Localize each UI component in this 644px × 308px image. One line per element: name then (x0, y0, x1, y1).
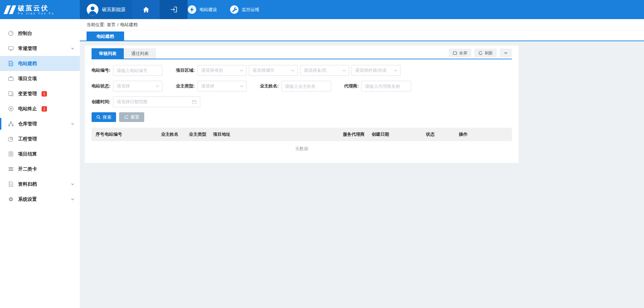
logo-title: 破茧云伏 (18, 4, 55, 12)
chevron-down-icon (394, 69, 397, 72)
search-icon (96, 115, 101, 119)
company-name: 破茧新能源 (102, 7, 125, 13)
calculator-icon (8, 151, 14, 157)
chevron-down-icon (342, 69, 346, 72)
city-select[interactable]: 请选择城市 (249, 65, 298, 76)
main-content: 当前位置: 首页 / 电站建档 电站建档 审核列表 通过列表 全屏 刷新 (80, 19, 644, 308)
home-button[interactable] (132, 0, 160, 19)
logout-icon (170, 6, 177, 13)
chevron-down-icon (156, 85, 159, 87)
form-actions: 搜索 重置 (92, 112, 512, 122)
station-no-input[interactable] (113, 65, 162, 76)
pie-chart-icon (8, 136, 14, 142)
agent-label: 代理商: (344, 83, 359, 89)
sidebar-item-warehouse-management[interactable]: 仓库管理 (0, 116, 80, 131)
logout-button[interactable] (160, 0, 187, 19)
chevron-down-icon (71, 47, 74, 50)
breadcrumb-separator: / (117, 22, 119, 27)
sidebar-item-project-settlement[interactable]: 项目结算 (0, 146, 80, 162)
breadcrumb: 当前位置: 首页 / 电站建档 (80, 19, 644, 30)
owner-name-input[interactable] (281, 81, 331, 91)
county-select[interactable]: 请选择县/区 (300, 65, 349, 76)
table-header-cell: 创建日期 (372, 131, 426, 137)
table-header-cell: 服务代理商 (343, 131, 372, 137)
agent-input[interactable] (361, 81, 411, 91)
sidebar-item-general-management[interactable]: 常规管理 (0, 41, 80, 56)
region-label: 项目区域: (176, 67, 195, 73)
user-menu[interactable]: 破茧新能源 (80, 0, 132, 19)
gear-icon (8, 196, 14, 202)
sidebar-item-engineering-management[interactable]: 工程管理 (0, 131, 80, 146)
empty-state: 无数据 (92, 141, 512, 156)
sidebar: 控制台 常规管理 电站建档 项目立项 (0, 19, 80, 308)
archive-icon (8, 181, 14, 187)
top-header: 破茧云伏 Po Jian Yun Fu 破茧新能源 电站建设 (0, 0, 644, 19)
sidebar-item-project-initiation[interactable]: 项目立项 (0, 71, 80, 86)
logo[interactable]: 破茧云伏 Po Jian Yun Fu (0, 0, 80, 19)
reset-icon (124, 115, 128, 119)
nav-label: 监控运维 (242, 7, 259, 13)
document-icon (8, 61, 14, 66)
search-form: 电站编号: 项目区域: 请选择省份 请选择城市 (92, 59, 512, 107)
nav-label: 电站建设 (200, 7, 217, 13)
badge-count: 1 (42, 91, 47, 97)
owner-type-select[interactable]: 请选择 (198, 81, 247, 91)
tab-review-list[interactable]: 审核列表 (92, 48, 124, 59)
copy-icon (8, 91, 14, 97)
panel-tab-bar: 审核列表 通过列表 全屏 刷新 (92, 48, 512, 59)
fullscreen-icon (453, 51, 457, 55)
reset-button[interactable]: 重置 (119, 112, 144, 122)
dashboard-icon (8, 30, 14, 36)
page-tab-bar: 电站建档 (80, 30, 644, 41)
owner-type-label: 业主类型: (176, 83, 195, 89)
table-header-row: 序号 电站编号 业主姓名 业主类型 项目地址 服务代理商 创建日期 状态 操作 (92, 128, 512, 141)
refresh-button[interactable]: 刷新 (474, 49, 497, 57)
sidebar-item-type2-card[interactable]: 开二类卡 (0, 162, 80, 177)
chevron-down-icon (240, 85, 243, 87)
table-header-cell: 业主姓名 (161, 131, 189, 137)
station-status-label: 电站状态: (92, 83, 110, 89)
sitemap-icon (8, 121, 14, 127)
collapse-button[interactable] (500, 49, 512, 57)
table-header-cell: 业主类型 (189, 131, 213, 137)
breadcrumb-current: 电站建档 (120, 22, 138, 28)
sidebar-item-console[interactable]: 控制台 (0, 26, 80, 41)
sidebar-item-station-filing[interactable]: 电站建档 (0, 56, 80, 71)
logo-text: 破茧云伏 Po Jian Yun Fu (18, 4, 55, 15)
calendar-icon[interactable] (192, 100, 197, 104)
chevron-down-icon (504, 51, 508, 55)
station-no-label: 电站编号: (92, 67, 110, 73)
table-header-cell: 序号 (96, 131, 105, 137)
wrench-icon (230, 5, 239, 14)
search-button[interactable]: 搜索 (92, 112, 116, 122)
sidebar-item-system-settings[interactable]: 系统设置 (0, 192, 80, 207)
create-time-label: 创建时间: (92, 99, 110, 105)
lightning-icon (187, 5, 197, 14)
sidebar-item-station-termination[interactable]: 电站终止 1 (0, 101, 80, 116)
town-select[interactable]: 请选择村镇/街道 (352, 65, 400, 76)
chevron-down-icon (291, 69, 294, 72)
avatar (87, 4, 99, 16)
breadcrumb-prefix: 当前位置: (87, 22, 105, 28)
nav-station-construction[interactable]: 电站建设 (187, 0, 217, 19)
sidebar-item-change-management[interactable]: 变更管理 1 (0, 86, 80, 101)
breadcrumb-home-link[interactable]: 首页 (107, 22, 116, 28)
date-range-input[interactable]: 请选择日期范围 (113, 97, 200, 107)
owner-name-label: 业主姓名: (260, 83, 279, 89)
chevron-down-icon (71, 122, 74, 126)
logo-icon (5, 5, 14, 14)
station-status-select[interactable]: 请选择 (113, 81, 162, 91)
sidebar-item-data-archive[interactable]: 资料归档 (0, 177, 80, 192)
tab-passed-list[interactable]: 通过列表 (124, 48, 156, 59)
fullscreen-button[interactable]: 全屏 (449, 49, 471, 57)
page-tab-station-filing[interactable]: 电站建档 (87, 32, 124, 41)
home-icon (143, 6, 150, 13)
panel-toolbar: 全屏 刷新 (449, 49, 512, 57)
chevron-down-icon (71, 182, 74, 186)
nav-monitoring[interactable]: 监控运维 (230, 0, 259, 19)
logo-subtitle: Po Jian Yun Fu (18, 12, 55, 15)
monitor-icon (8, 46, 14, 51)
table-header-cell: 操作 (459, 131, 508, 137)
province-select[interactable]: 请选择省份 (198, 65, 247, 76)
badge-count: 1 (42, 106, 47, 112)
